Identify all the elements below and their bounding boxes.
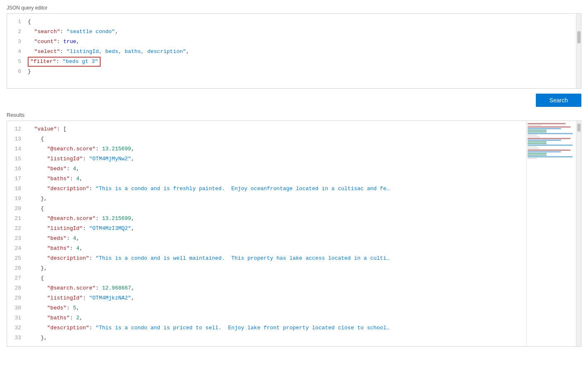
mini-line: [528, 151, 561, 152]
search-btn-row: Search: [7, 94, 581, 107]
mini-line: [528, 130, 547, 131]
result-line-19: },: [28, 194, 521, 204]
result-line-24: "baths": 4,: [28, 244, 521, 254]
result-line-30: "beds": 5,: [28, 303, 521, 313]
mini-line: [528, 145, 573, 146]
result-line-15: "listingId": "OTM4MjMyNw2",: [28, 154, 521, 164]
mini-line: [528, 153, 547, 154]
mini-line: [528, 143, 547, 144]
results-scrollbar-thumb[interactable]: [577, 123, 581, 132]
mini-line: [528, 135, 537, 136]
mini-line: [528, 155, 547, 156]
mini-line: [528, 156, 573, 157]
result-line-14: "@search.score": 13.215699,: [28, 144, 521, 154]
result-line-28: "@search.score": 12.968667,: [28, 283, 521, 293]
search-button[interactable]: Search: [536, 94, 581, 107]
results-code-area[interactable]: 12 13 14 15 16 17 18 19 20 21 22 23 24 2…: [7, 121, 526, 346]
mini-map-content: [527, 121, 576, 161]
mini-line: [528, 148, 540, 149]
results-line-numbers: 12 13 14 15 16 17 18 19 20 21 22 23 24 2…: [7, 124, 28, 343]
mini-line: [528, 150, 571, 151]
mini-line: [528, 141, 547, 142]
result-line-21: "@search.score": 13.215699,: [28, 214, 521, 224]
mini-line: [528, 138, 571, 139]
mini-line: [528, 133, 573, 134]
editor-line-numbers: 1 2 3 4 5 6: [7, 17, 28, 85]
editor-line-5-wrapper: "filter": "beds gt 3": [28, 57, 571, 67]
result-line-17: "baths": 4,: [28, 174, 521, 184]
result-line-27: {: [28, 273, 521, 283]
editor-line-4: "select": "listingId, beds, baths, descr…: [28, 47, 571, 57]
mini-line: [528, 123, 566, 124]
result-line-25: "description": "This is a condo and is w…: [28, 254, 521, 263]
editor-line-3: "count": true,: [28, 37, 571, 47]
results-title: Results: [7, 112, 581, 118]
result-line-31: "baths": 2,: [28, 313, 521, 323]
editor-line-2: "search": "seattle condo",: [28, 27, 571, 37]
result-line-16: "beds": 4,: [28, 164, 521, 174]
editor-code-content[interactable]: { "search": "seattle condo", "count": tr…: [28, 17, 576, 85]
mini-line: [528, 126, 571, 128]
result-line-33: },: [28, 333, 521, 343]
editor-scrollbar-thumb[interactable]: [577, 31, 581, 43]
results-panel: 12 13 14 15 16 17 18 19 20 21 22 23 24 2…: [7, 121, 581, 347]
json-editor-panel: 1 2 3 4 5 6 { "search": "seattle condo",…: [7, 13, 581, 89]
editor-line-5-highlight: "filter": "beds gt 3": [28, 57, 101, 67]
result-line-32: "description": "This is a condo and is p…: [28, 323, 521, 333]
mini-line: [528, 131, 547, 133]
mini-line: [528, 136, 540, 138]
result-line-12: "value": [: [28, 124, 521, 134]
result-line-22: "listingId": "OTM4MzI3MQ2",: [28, 224, 521, 234]
result-line-20: {: [28, 204, 521, 214]
result-line-29: "listingId": "OTM4MjkzNA2",: [28, 293, 521, 303]
mini-line: [528, 128, 561, 129]
editor-title: JSON query editor: [7, 5, 581, 11]
mini-line: [528, 146, 537, 147]
editor-line-6: }: [28, 67, 571, 77]
results-mini-map: [526, 121, 576, 346]
result-line-23: "beds": 4,: [28, 234, 521, 244]
result-line-26: },: [28, 263, 521, 273]
page-container: JSON query editor 1 2 3 4 5 6 {: [0, 0, 588, 367]
results-scrollbar[interactable]: [576, 121, 581, 346]
editor-line-1: {: [28, 17, 571, 27]
results-code-content: "value": [ { "@search.score": 13.215699,…: [28, 124, 526, 343]
mini-line: [528, 140, 561, 141]
mini-line: [528, 158, 537, 159]
result-line-13: {: [28, 134, 521, 144]
editor-scrollbar[interactable]: [576, 14, 581, 88]
results-section: Results 12 13 14 15 16 17 18 19 20: [7, 112, 581, 347]
result-line-18: "description": "This is a condo and is f…: [28, 184, 521, 194]
mini-line: [528, 125, 542, 126]
